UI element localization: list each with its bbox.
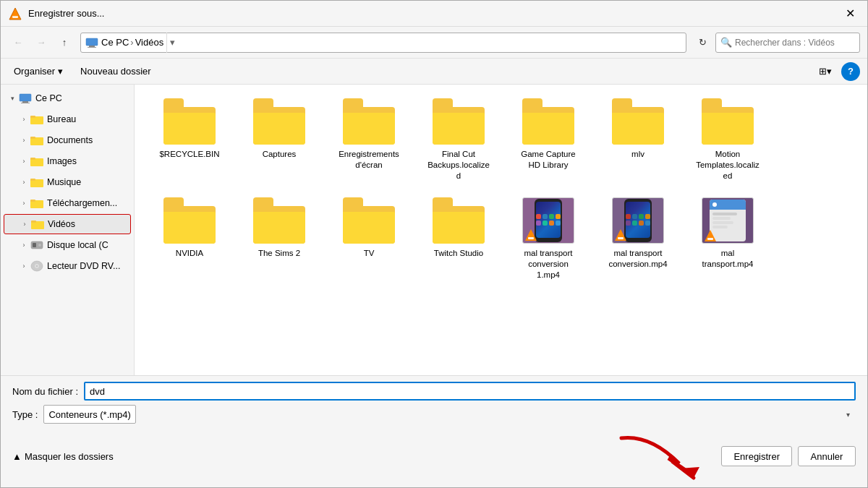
images-folder-icon (30, 154, 44, 168)
file-label-tv: TV (364, 248, 375, 259)
sidebar-item-videos[interactable]: › Vidéos (4, 214, 131, 234)
app-grid (536, 214, 561, 226)
vlc-badge-icon (524, 228, 537, 241)
address-bar[interactable]: Ce PC › Vidéos ▾ (80, 33, 686, 53)
sidebar-label-lecteur-dvd: Lecteur DVD RV... (47, 261, 120, 271)
refresh-button[interactable]: ↻ (692, 33, 712, 53)
lecteur-dvd-icon (30, 259, 44, 273)
hide-folders-button[interactable]: ▲ Masquer les dossiers (12, 451, 114, 462)
new-folder-button[interactable]: Nouveau dossier (75, 62, 157, 81)
file-item-enregistrements[interactable]: Enregistrementsd'écran (326, 92, 412, 188)
close-button[interactable]: ✕ (840, 4, 860, 24)
sidebar-label-bureau: Bureau (47, 114, 76, 124)
info-line (712, 213, 737, 215)
expand-icon: › (19, 218, 30, 230)
hide-folders-label: Masquer les dossiers (25, 451, 114, 462)
file-item-twitch[interactable]: Twitch Studio (415, 191, 502, 287)
svg-rect-8 (21, 103, 30, 103)
file-item-motion[interactable]: MotionTemplates.localized (684, 92, 771, 188)
svg-rect-12 (30, 137, 35, 139)
bottom-bar: Nom du fichier : Type : Conteneurs (*.mp… (1, 375, 867, 487)
chevron-down-icon: ▾ (7, 93, 18, 104)
sidebar-item-musique[interactable]: › Musique (4, 172, 131, 192)
filetype-select[interactable]: Conteneurs (*.mp4) (43, 405, 136, 424)
file-label-finalcut: Final CutBackups.localized (427, 149, 490, 181)
phone-screen2 (626, 202, 650, 238)
file-grid: $RECYCLE.BIN Captures (146, 92, 856, 287)
titlebar-title: Enregistrer sous... (28, 8, 105, 19)
sidebar-item-bureau[interactable]: › Bureau (4, 109, 131, 129)
file-item-captures[interactable]: Captures (236, 92, 323, 188)
expand-icon: › (18, 176, 30, 188)
svg-rect-22 (33, 243, 36, 247)
forward-button[interactable]: → (31, 33, 51, 53)
organize-arrow-icon: ▾ (58, 66, 63, 77)
sidebar-item-documents[interactable]: › Documents (4, 130, 131, 150)
red-arrow-annotation (614, 431, 715, 481)
view-icon: ⊞ (819, 66, 827, 77)
info-line (712, 217, 731, 220)
file-item-mlv[interactable]: mlv (595, 92, 681, 188)
up-button[interactable]: ↑ (54, 33, 75, 53)
filename-input[interactable] (84, 382, 856, 401)
svg-point-23 (38, 244, 42, 247)
folder-icon-gamecapture (522, 98, 574, 145)
search-input[interactable] (735, 38, 855, 48)
svg-rect-5 (88, 47, 96, 48)
back-button[interactable]: ← (8, 33, 28, 53)
cancel-button[interactable]: Annuler (798, 446, 856, 466)
file-label-nvidia: NVIDIA (176, 248, 203, 259)
svg-rect-14 (30, 158, 35, 160)
disque-local-icon (30, 238, 44, 252)
folder-icon-nvidia (163, 197, 216, 244)
sidebar-item-ce-pc[interactable]: ▾ Ce PC (4, 88, 131, 108)
ce-pc-icon (18, 91, 33, 106)
phone-thumbnail2 (624, 199, 652, 242)
file-item-mal1[interactable]: mal transportconversion1.mp4 (505, 191, 592, 287)
file-label-captures: Captures (263, 149, 297, 160)
file-label-twitch: Twitch Studio (434, 248, 483, 259)
file-item-mal2[interactable]: mal transportconversion.mp4 (595, 191, 681, 287)
action-row: ▲ Masquer les dossiers Enregistrer Annul… (1, 428, 867, 487)
sidebar-label-images: Images (47, 156, 77, 166)
sidebar: ▾ Ce PC › (1, 85, 135, 375)
file-item-gamecapture[interactable]: Game CaptureHD Library (505, 92, 592, 188)
file-item-tv[interactable]: TV (326, 191, 412, 287)
svg-rect-20 (31, 221, 36, 223)
thumb-mal1 (522, 197, 574, 244)
file-label-sims2: The Sims 2 (258, 248, 300, 259)
folder-icon-captures (253, 98, 305, 145)
help-button[interactable]: ? (841, 62, 860, 81)
sidebar-label-ce-pc: Ce PC (35, 93, 62, 103)
sidebar-item-lecteur-dvd[interactable]: › Lecteur DVD RV... (4, 256, 131, 276)
sidebar-item-disque-local[interactable]: › Disque local (C (4, 235, 131, 255)
documents-folder-icon (30, 133, 44, 147)
svg-rect-30 (618, 237, 624, 239)
sidebar-item-images[interactable]: › Images (4, 151, 131, 171)
view-chevron-icon: ▾ (827, 66, 832, 77)
file-item-srecycle[interactable]: $RECYCLE.BIN (146, 92, 233, 188)
organize-button[interactable]: Organiser ▾ (8, 62, 69, 81)
vlc-badge-icon3 (704, 229, 717, 242)
thumb-content3 (702, 197, 753, 244)
view-button[interactable]: ⊞ ▾ (815, 62, 835, 81)
phone-screen (536, 202, 561, 238)
file-item-finalcut[interactable]: Final CutBackups.localized (415, 92, 502, 188)
svg-rect-7 (22, 101, 28, 103)
file-item-sims2[interactable]: The Sims 2 (236, 191, 323, 287)
save-button[interactable]: Enregistrer (721, 446, 792, 466)
file-label-mlv: mlv (631, 149, 644, 160)
svg-rect-18 (30, 200, 35, 202)
svg-rect-4 (89, 46, 95, 47)
filetype-label: Type : (12, 409, 38, 420)
file-item-mal3[interactable]: maltransport.mp4 (684, 191, 771, 287)
info-header (710, 200, 746, 210)
file-item-nvidia[interactable]: NVIDIA (146, 191, 233, 287)
file-label-mal2: mal transportconversion.mp4 (608, 248, 667, 270)
svg-point-26 (36, 265, 38, 267)
sidebar-item-telechargements[interactable]: › Téléchargemen... (4, 193, 131, 213)
sidebar-label-telechargements: Téléchargemen... (47, 198, 117, 208)
folder-icon-finalcut (433, 98, 485, 145)
filename-label: Nom du fichier : (12, 386, 78, 397)
address-dropdown-chevron[interactable]: ▾ (166, 33, 178, 53)
